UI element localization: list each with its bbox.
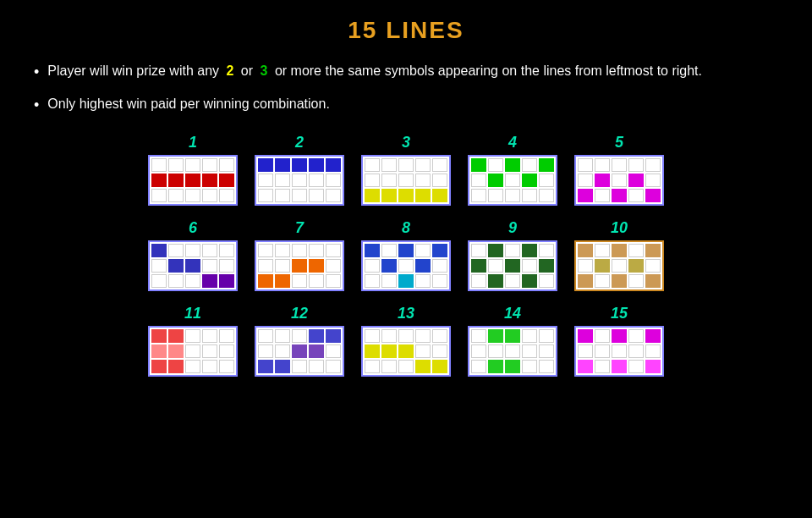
cell (628, 360, 644, 373)
cell (488, 274, 503, 288)
line-item-6: 6 (148, 219, 238, 291)
cell (168, 244, 184, 257)
cell (292, 189, 307, 202)
cell (398, 158, 414, 172)
cell (151, 244, 167, 257)
cell (381, 158, 397, 172)
cell (432, 158, 447, 172)
cell (202, 344, 217, 358)
cell (309, 174, 324, 187)
cell (292, 329, 307, 343)
cell (219, 274, 234, 288)
cell (522, 158, 537, 172)
cell (539, 329, 554, 343)
cell (326, 189, 341, 202)
cell (539, 360, 554, 373)
cell (202, 274, 217, 288)
line-grid-3 (361, 155, 451, 206)
cell (168, 158, 184, 172)
grid-12 (258, 329, 341, 373)
cell (505, 174, 520, 187)
cell (432, 259, 447, 273)
cell (258, 158, 273, 172)
cell (628, 344, 644, 358)
cell (628, 189, 644, 202)
grid-14 (471, 329, 554, 373)
cell (185, 174, 200, 187)
line-item-11: 11 (148, 305, 238, 377)
line-number-6: 6 (189, 219, 197, 237)
cell (595, 329, 610, 343)
line-number-4: 4 (508, 134, 517, 152)
bullet-1: • (34, 61, 39, 84)
cell (275, 158, 290, 172)
cell (471, 244, 486, 257)
cell (381, 360, 397, 373)
cell (202, 244, 217, 257)
cell (292, 259, 307, 273)
cell (415, 274, 431, 288)
cell (595, 174, 610, 187)
cell (326, 274, 341, 288)
cell (488, 174, 503, 187)
cell (219, 158, 234, 172)
cell (645, 189, 661, 202)
line-item-8: 8 (361, 219, 451, 291)
cell (258, 329, 273, 343)
cell (645, 344, 661, 358)
cell (398, 274, 414, 288)
cell (539, 158, 554, 172)
cell (168, 344, 184, 358)
cell (595, 259, 610, 273)
cell (539, 189, 554, 202)
cell (202, 360, 217, 373)
page: 15 LINES • Player will win prize with an… (0, 0, 812, 394)
cell (522, 244, 537, 257)
cell (275, 360, 290, 373)
cell (628, 244, 644, 257)
cell (471, 259, 486, 273)
cell (275, 189, 290, 202)
cell (151, 189, 167, 202)
cell (185, 259, 200, 273)
cell (471, 360, 486, 373)
line-item-4: 4 (468, 134, 557, 206)
cell (488, 189, 503, 202)
cell (151, 174, 167, 187)
grid-4 (471, 158, 554, 202)
line-item-5: 5 (574, 134, 664, 206)
cell (539, 244, 554, 257)
cell (219, 244, 234, 257)
cell (415, 329, 431, 343)
cell (219, 174, 234, 187)
cell (185, 158, 200, 172)
cell (415, 360, 431, 373)
line-item-3: 3 (361, 134, 451, 206)
cell (202, 259, 217, 273)
cell (612, 274, 627, 288)
cell (522, 344, 537, 358)
cell (398, 259, 414, 273)
cell (292, 344, 307, 358)
cell (612, 259, 627, 273)
cell (202, 329, 217, 343)
line-number-2: 2 (295, 134, 304, 152)
grid-13 (365, 329, 447, 373)
cell (488, 329, 503, 343)
cell (151, 259, 167, 273)
cell (381, 344, 397, 358)
cell (258, 174, 273, 187)
line-grid-11 (148, 326, 238, 377)
cell (258, 360, 273, 373)
line-grid-6 (148, 240, 238, 291)
cell (275, 244, 290, 257)
cell (168, 274, 184, 288)
cell (398, 174, 414, 187)
cell (365, 174, 380, 187)
cell (645, 158, 661, 172)
cell (432, 329, 447, 343)
line-item-14: 14 (468, 305, 557, 377)
cell (326, 244, 341, 257)
line-grid-8 (361, 240, 451, 291)
lines-container: 1 2 (25, 134, 787, 377)
